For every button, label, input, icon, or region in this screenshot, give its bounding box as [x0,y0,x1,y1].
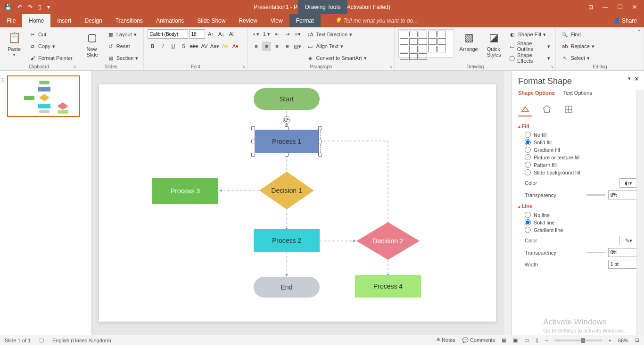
find-button[interactable]: 🔍Find [560,29,595,40]
line-spacing-button[interactable]: ≡▾ [293,29,302,39]
language-indicator[interactable]: English (United Kingdom) [52,338,111,343]
normal-view-icon[interactable]: ▦ [502,337,506,343]
line-width-input[interactable] [608,260,637,269]
zoom-slider[interactable] [555,340,602,341]
numbering-button[interactable]: 1 ▾ [262,29,271,39]
clear-formatting-icon[interactable]: A⃠ [227,29,236,39]
underline-button[interactable]: U [168,41,178,51]
text-direction-button[interactable]: ↕AText Direction ▾ [305,29,368,40]
highlight-button[interactable]: A▾ [220,41,230,51]
line-color-button[interactable]: ✎▾ [619,236,637,245]
resize-handle[interactable] [285,153,289,157]
font-size-select[interactable] [189,29,205,39]
fit-to-window-icon[interactable]: ⊡ [635,337,639,343]
italic-button[interactable]: I [158,41,167,51]
minimize-icon[interactable]: — [603,4,608,10]
transparency-slider[interactable] [586,194,605,196]
solid-fill-radio[interactable]: Solid fill [525,139,637,145]
no-fill-radio[interactable]: No fill [525,132,637,138]
shape-decision-2[interactable]: Decision 2 [356,222,420,260]
fill-section-header[interactable]: Fill [518,123,637,129]
slide-counter[interactable]: Slide 1 of 1 [5,338,31,343]
align-text-button[interactable]: ▭Align Text ▾ [305,41,368,51]
dialog-launcher-icon[interactable]: ↘ [242,64,246,69]
paste-button[interactable]: 📋 Paste ▾ [4,29,25,58]
dialog-launcher-icon[interactable]: ↘ [73,64,76,69]
shape-outline-button[interactable]: ▭Shape Outline ▾ [507,41,552,51]
justify-button[interactable]: ≡ [282,41,292,51]
pane-scrollbar[interactable] [636,90,644,335]
increase-font-icon[interactable]: A↑ [206,29,215,39]
shape-process-3[interactable]: Process 3 [152,178,218,204]
reset-button[interactable]: ↺Reset [106,41,140,51]
share-button[interactable]: 👤 Share [613,17,644,24]
slide-canvas-area[interactable]: Start ⟳ Process 1 Decision 1 Process 3 [92,71,503,335]
bold-button[interactable]: B [148,41,157,51]
gradient-line-radio[interactable]: Gradient line [525,227,637,233]
tab-file[interactable]: File [0,14,22,27]
tab-transitions[interactable]: Transitions [109,14,149,27]
close-pane-icon[interactable]: ✕ [634,75,639,83]
decrease-font-icon[interactable]: A↓ [216,29,226,39]
ribbon-display-icon[interactable]: ⊡ [588,4,593,10]
undo-icon[interactable]: ↶ [17,4,22,10]
resize-handle[interactable] [318,153,322,157]
zoom-out-button[interactable]: − [545,338,548,343]
shape-start[interactable]: Start [254,88,320,110]
dialog-launcher-icon[interactable]: ↘ [550,64,554,69]
shape-fill-button[interactable]: ◐Shape Fill ▾ [507,29,552,40]
resize-handle[interactable] [251,153,255,157]
tell-me-search[interactable]: 💡 Tell me what you want to do... [321,17,418,24]
align-left-button[interactable]: ≡ [251,41,261,51]
shape-options-tab[interactable]: Shape Options [518,90,555,98]
shadow-button[interactable]: S [179,41,188,51]
bullets-button[interactable]: • ▾ [251,29,261,39]
zoom-in-button[interactable]: + [609,338,611,343]
tab-format[interactable]: Format [289,14,321,27]
align-center-button[interactable]: ≡ [262,41,271,51]
tab-design[interactable]: Design [78,14,108,27]
save-icon[interactable]: 💾 [5,4,12,10]
resize-handle[interactable] [318,140,322,143]
strikethrough-button[interactable]: abc [189,41,198,51]
shape-end[interactable]: End [254,277,320,298]
shape-process-2[interactable]: Process 2 [254,229,320,252]
char-spacing-button[interactable]: AV [199,41,209,51]
vertical-scrollbar[interactable] [503,71,511,335]
section-button[interactable]: ▤Section ▾ [106,53,140,63]
qat-dropdown-icon[interactable]: ▾ [47,4,50,10]
decrease-indent-button[interactable]: ⇤ [272,29,281,39]
tab-view[interactable]: View [264,14,289,27]
picture-fill-radio[interactable]: Picture or texture fill [525,154,637,160]
fill-line-icon[interactable] [518,102,532,116]
rotate-handle-icon[interactable]: ⟳ [283,116,290,124]
select-button[interactable]: ↖Select ▾ [560,53,595,63]
case-button[interactable]: Aa▾ [210,41,219,51]
shapes-gallery[interactable] [398,29,454,58]
transparency-slider[interactable] [586,252,605,253]
fill-color-button[interactable]: ◐▾ [619,178,637,188]
spellcheck-icon[interactable]: ▢ [39,337,44,343]
layout-button[interactable]: ▦Layout ▾ [106,29,140,40]
tab-slideshow[interactable]: Slide Show [190,14,232,27]
redo-icon[interactable]: ↷ [28,4,33,10]
font-name-select[interactable] [148,29,188,39]
slideshow-view-icon[interactable]: ▯ [536,337,538,343]
tab-insert[interactable]: Insert [50,14,78,27]
fill-transparency-input[interactable] [608,191,637,199]
copy-button[interactable]: ⧉Copy ▾ [27,41,74,51]
size-properties-icon[interactable] [561,102,576,116]
tab-home[interactable]: Home [22,14,50,27]
replace-button[interactable]: abReplace ▾ [560,41,595,51]
shape-decision-1[interactable]: Decision 1 [259,172,314,209]
tab-review[interactable]: Review [232,14,264,27]
text-options-tab[interactable]: Text Options [563,90,592,98]
reading-view-icon[interactable]: ▭ [524,337,529,343]
align-right-button[interactable]: ≡ [272,41,281,51]
shape-process-1[interactable]: Process 1 [255,130,319,153]
effects-icon[interactable] [540,102,554,116]
pattern-fill-radio[interactable]: Pattern fill [525,162,637,168]
slide-bg-fill-radio[interactable]: Slide background fill [525,169,637,175]
restore-icon[interactable]: ❐ [618,4,623,10]
notes-button[interactable]: ≛ Notes [436,337,455,343]
